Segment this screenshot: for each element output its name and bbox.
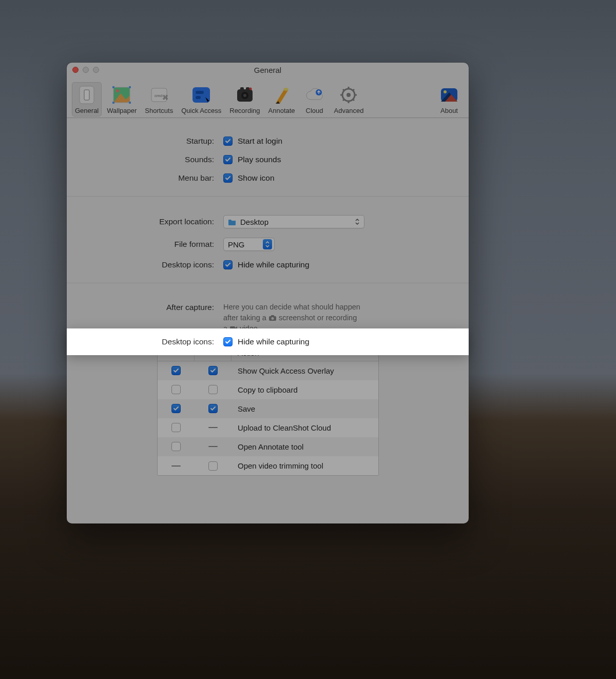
select-value: PNG	[228, 240, 245, 249]
about-icon	[438, 84, 460, 106]
row-0-video-checkbox[interactable]	[208, 366, 218, 375]
svg-line-32	[343, 99, 344, 101]
tab-label: Shortcuts	[145, 107, 173, 114]
label-export-location: Export location:	[67, 217, 223, 226]
label-desktop-icons: Desktop icons:	[67, 260, 223, 269]
recording-icon	[234, 84, 256, 106]
tab-shortcuts[interactable]: cmd⌘ Shortcuts	[142, 82, 176, 117]
updown-icon	[353, 217, 362, 227]
row-1-video-checkbox[interactable]	[208, 385, 218, 394]
svg-rect-14	[196, 91, 204, 94]
row-1-screenshot-checkbox[interactable]	[171, 385, 181, 394]
tab-label: General	[75, 107, 99, 114]
svg-rect-39	[271, 315, 274, 317]
table-row: Open Annotate tool	[158, 437, 378, 456]
row-3-video-checkbox-disabled	[208, 427, 218, 428]
svg-text:cmd: cmd	[155, 93, 162, 98]
table-row: Save	[158, 399, 378, 418]
checkbox-label: Show icon	[238, 173, 275, 183]
row-2-screenshot-checkbox[interactable]	[171, 404, 181, 413]
row-action-label: Open video trimming tool	[232, 461, 378, 470]
checkbox-hide-while-capturing[interactable]	[223, 260, 233, 269]
svg-text:⌘: ⌘	[162, 94, 168, 101]
svg-rect-1	[84, 90, 89, 100]
svg-line-30	[343, 89, 344, 91]
svg-rect-6	[112, 86, 114, 88]
tab-advanced[interactable]: Advanced	[331, 82, 367, 117]
svg-rect-18	[246, 87, 249, 91]
label-file-format: File format:	[67, 240, 223, 249]
row-4-video-checkbox-disabled	[208, 446, 218, 447]
checkbox-start-at-login[interactable]	[223, 137, 233, 146]
svg-point-37	[444, 90, 447, 93]
svg-point-21	[249, 88, 252, 90]
row-action-label: Show Quick Access Overlay	[232, 366, 378, 375]
svg-line-33	[353, 89, 354, 91]
checkbox-play-sounds[interactable]	[223, 155, 233, 164]
checkbox-hide-while-capturing[interactable]	[223, 337, 233, 346]
highlighted-row-desktop-icons: Desktop icons: Hide while capturing	[67, 328, 469, 355]
close-window-button[interactable]	[72, 67, 79, 73]
checkbox-show-icon[interactable]	[223, 173, 233, 183]
section-startup: Startup: Start at login Sounds: Play sou…	[67, 118, 469, 197]
row-0-screenshot-checkbox[interactable]	[171, 366, 181, 375]
annotate-icon	[271, 84, 293, 106]
checkbox-label: Hide while capturing	[238, 260, 310, 269]
select-value: Desktop	[240, 218, 268, 226]
tab-annotate[interactable]: Annotate	[265, 82, 298, 117]
tab-label: Wallpaper	[107, 107, 137, 114]
label-sounds: Sounds:	[67, 155, 223, 164]
row-5-video-checkbox[interactable]	[208, 461, 218, 471]
zoom-window-button[interactable]	[93, 67, 99, 73]
tab-quick-access[interactable]: Quick Access	[178, 82, 224, 117]
svg-point-25	[346, 93, 351, 97]
checkbox-label: Hide while capturing	[238, 337, 310, 346]
tab-label: About	[440, 107, 458, 114]
wallpaper-icon	[110, 84, 133, 106]
tab-cloud[interactable]: Cloud	[300, 82, 329, 117]
table-row: Open video trimming tool	[158, 456, 378, 475]
after-capture-table: Action Show Quick Access OverlayCopy to …	[157, 344, 379, 476]
svg-point-22	[283, 88, 288, 91]
checkbox-label: Start at login	[238, 137, 282, 146]
label-startup: Startup:	[67, 137, 223, 146]
table-row: Show Quick Access Overlay	[158, 361, 378, 380]
select-file-format[interactable]: PNG	[223, 238, 275, 251]
row-2-video-checkbox[interactable]	[208, 404, 218, 413]
row-action-label: Upload to CleanShot Cloud	[232, 423, 378, 432]
select-export-location[interactable]: Desktop	[223, 215, 364, 228]
label-desktop-icons: Desktop icons:	[67, 337, 223, 346]
tab-about[interactable]: About	[435, 82, 464, 117]
label-menubar: Menu bar:	[67, 173, 223, 183]
general-icon	[75, 84, 98, 106]
table-row: Upload to CleanShot Cloud	[158, 418, 378, 437]
table-row: Copy to clipboard	[158, 380, 378, 399]
label-after-capture: After capture:	[67, 302, 223, 312]
updown-icon	[263, 239, 272, 249]
row-3-screenshot-checkbox[interactable]	[171, 423, 181, 432]
svg-point-4	[116, 89, 119, 92]
tab-general[interactable]: General	[72, 82, 102, 117]
svg-point-20	[243, 94, 246, 97]
tab-wallpaper[interactable]: Wallpaper	[104, 82, 140, 117]
tab-label: Annotate	[268, 107, 295, 114]
tab-label: Quick Access	[181, 107, 221, 114]
svg-line-31	[353, 99, 354, 101]
tab-recording[interactable]: Recording	[226, 82, 263, 117]
titlebar: General	[67, 63, 469, 77]
section-after-capture: After capture: Here you can decide what …	[67, 283, 469, 489]
cloud-icon	[303, 84, 326, 106]
traffic-lights	[72, 67, 99, 73]
tab-label: Advanced	[334, 107, 364, 114]
row-action-label: Open Annotate tool	[232, 442, 378, 451]
camera-icon	[268, 314, 277, 320]
svg-rect-17	[240, 87, 244, 91]
toolbar: General Wallpaper cmd⌘ Shortcuts Quick A…	[67, 77, 469, 118]
shortcuts-icon: cmd⌘	[148, 84, 170, 106]
svg-point-40	[271, 317, 274, 320]
row-4-screenshot-checkbox[interactable]	[171, 442, 181, 451]
window-title: General	[254, 66, 281, 74]
minimize-window-button[interactable]	[83, 67, 89, 73]
section-export: Export location: Desktop File format: PN…	[67, 197, 469, 283]
content: Startup: Start at login Sounds: Play sou…	[67, 118, 469, 523]
